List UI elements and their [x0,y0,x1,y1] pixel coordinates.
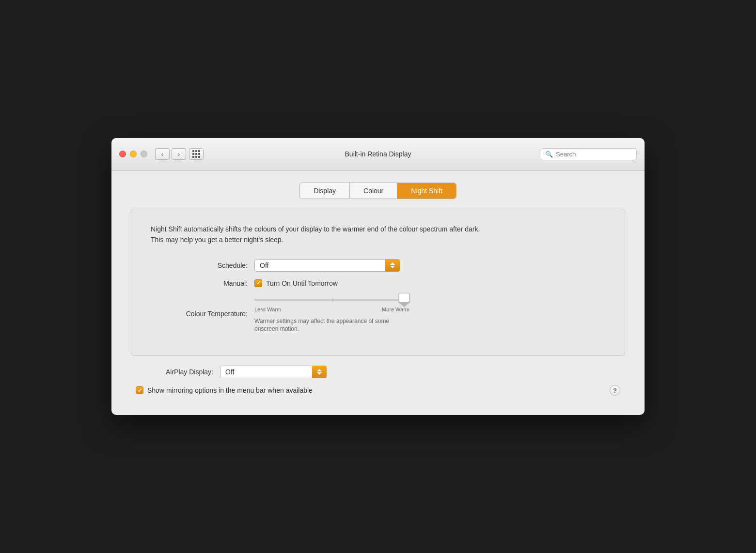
nav-buttons: ‹ › [155,148,186,160]
night-shift-description: Night Shift automatically shifts the col… [151,224,480,246]
manual-label: Manual: [151,279,248,287]
airplay-label: AirPlay Display: [136,368,213,376]
mirror-checkmark-icon: ✓ [138,388,142,393]
tab-display[interactable]: Display [300,183,350,199]
manual-checkbox[interactable]: ✓ [254,279,262,287]
bottom-section: AirPlay Display: Off ✓ Sh [131,366,625,400]
mirror-checkbox[interactable]: ✓ [136,386,143,394]
slider-note: Warmer settings may affect the appearanc… [254,317,390,334]
window-title: Built-in Retina Display [345,150,411,158]
back-button[interactable]: ‹ [155,148,170,160]
manual-row: Manual: ✓ Turn On Until Tomorrow [151,279,605,287]
schedule-select-wrapper: Off Sunset to Sunrise Custom [254,259,400,272]
tab-colour[interactable]: Colour [350,183,397,199]
schedule-label: Schedule: [151,261,248,269]
search-bar: 🔍 [540,148,637,160]
night-shift-panel: Night Shift automatically shifts the col… [131,209,625,356]
manual-checkbox-label: Turn On Until Tomorrow [266,279,338,287]
content-area: Display Colour Night Shift Night Shift a… [111,171,645,415]
colour-temp-row: Colour Temperature: Less Warm More Wa [151,295,605,334]
search-icon: 🔍 [545,151,553,158]
handle-body [399,293,410,303]
handle-arrow-icon [399,302,410,307]
colour-temp-slider-track [254,295,410,305]
traffic-lights [119,151,147,157]
minimize-button[interactable] [130,151,137,157]
tab-bar: Display Colour Night Shift [131,183,625,199]
manual-checkbox-row: ✓ Turn On Until Tomorrow [254,279,338,287]
slider-background [254,299,410,301]
preferences-window: ‹ › Built-in Retina Display 🔍 Display Co… [111,138,645,415]
slider-tick [332,298,332,302]
less-warm-label: Less Warm [254,307,281,312]
more-warm-label: More Warm [382,307,410,312]
titlebar: ‹ › Built-in Retina Display 🔍 [111,138,645,171]
slider-handle[interactable] [399,293,410,307]
slider-labels: Less Warm More Warm [254,307,410,312]
help-button[interactable]: ? [610,385,620,396]
grid-icon [192,150,200,158]
airplay-select-wrapper: Off [220,366,327,378]
schedule-select[interactable]: Off Sunset to Sunrise Custom [254,259,400,272]
checkmark-icon: ✓ [256,280,261,286]
slider-container: Less Warm More Warm Warmer settings may … [254,295,410,334]
tab-night-shift[interactable]: Night Shift [397,183,456,199]
grid-button[interactable] [189,148,204,160]
mirror-row: ✓ Show mirroring options in the menu bar… [131,385,625,396]
maximize-button[interactable] [141,151,147,157]
airplay-select[interactable]: Off [220,366,327,378]
tab-group: Display Colour Night Shift [299,183,457,199]
mirror-checkbox-label: Show mirroring options in the menu bar w… [147,386,313,394]
schedule-row: Schedule: Off Sunset to Sunrise Custom [151,259,605,272]
forward-button[interactable]: › [172,148,186,160]
colour-temp-label: Colour Temperature: [151,310,248,318]
airplay-row: AirPlay Display: Off [131,366,625,378]
close-button[interactable] [119,151,126,157]
mirror-checkbox-area: ✓ Show mirroring options in the menu bar… [136,386,313,394]
search-input[interactable] [556,151,631,158]
